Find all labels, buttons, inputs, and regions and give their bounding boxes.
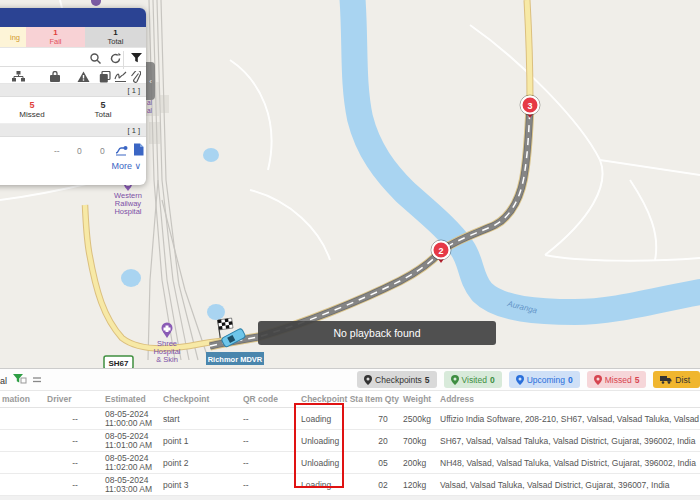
pill-visited[interactable]: Visited0 xyxy=(444,371,502,388)
bottom-dash: -- xyxy=(54,146,60,156)
bottom-value-1: 0 xyxy=(77,146,82,156)
svg-text:3: 3 xyxy=(527,101,532,111)
svg-text:& Skin: & Skin xyxy=(156,355,178,364)
table-header-row: mation Driver Estimated Checkpoint QR co… xyxy=(0,391,700,408)
pill-distance[interactable]: Dist xyxy=(653,371,700,388)
col-information: mation xyxy=(0,394,45,404)
col-estimated: Estimated xyxy=(103,394,161,404)
table-row[interactable]: -- 08-05-202411:01:00 AM point 1 -- Unlo… xyxy=(0,430,700,452)
attachment-icon[interactable] xyxy=(130,69,141,87)
more-link[interactable]: More ∨ xyxy=(111,161,141,171)
route-icon[interactable] xyxy=(115,143,129,158)
tab-total[interactable]: 1 Total xyxy=(85,27,146,47)
panel-icon-toolbar xyxy=(0,67,146,84)
panel-bottom-row: -- 0 0 More ∨ xyxy=(0,137,146,185)
panel-status-tabs: ing 1 Fail 1 Total xyxy=(0,27,146,48)
panel-header xyxy=(0,8,146,27)
table-row[interactable]: 08-05-2024 end Uffizio India Software, 2… xyxy=(0,496,700,500)
copy-icon[interactable] xyxy=(99,69,111,87)
panel-missed-stats: 5 Missed 5 Total xyxy=(0,97,146,124)
tab-total-label: Total xyxy=(85,37,146,46)
tab-pending[interactable]: ing xyxy=(0,27,26,47)
tab-fail-label: Fail xyxy=(26,37,85,46)
map-label-clipped: al al xyxy=(147,99,152,115)
col-qr-code: QR code xyxy=(241,394,299,404)
pill-checkpoints[interactable]: Checkpoints5 xyxy=(357,371,437,388)
svg-text:2: 2 xyxy=(438,246,443,256)
warning-icon[interactable] xyxy=(77,69,90,87)
green-filter-icon[interactable] xyxy=(12,373,27,388)
bottom-value-2: 0 xyxy=(100,146,105,156)
pin-icon xyxy=(516,375,524,385)
vehicle-info-panel: ing 1 Fail 1 Total xyxy=(0,8,146,185)
svg-text:Hospital: Hospital xyxy=(114,207,141,216)
truck-icon xyxy=(660,375,672,384)
sitemap-icon[interactable] xyxy=(12,69,25,87)
col-item-qty: Item Qty xyxy=(363,394,401,404)
stat-missed: 5 Missed xyxy=(10,100,54,119)
report-icon[interactable] xyxy=(133,143,144,158)
panel-search-row xyxy=(0,48,146,67)
toast-no-playback: No playback found xyxy=(258,321,496,345)
checkpoint-table-panel: al Checkpoints5 Visited0 Upcoming0 xyxy=(0,368,700,500)
pill-missed[interactable]: Missed5 xyxy=(587,371,647,388)
signature-icon[interactable] xyxy=(114,69,127,87)
vehicle-label: Richmor MDVR xyxy=(206,352,264,365)
pill-upcoming[interactable]: Upcoming0 xyxy=(509,371,580,388)
pin-icon xyxy=(594,375,602,385)
briefcase-icon[interactable] xyxy=(49,69,61,87)
toolbar-left-label: al xyxy=(0,376,7,386)
table-row[interactable]: -- 08-05-202411:02:00 AM point 2 -- Unlo… xyxy=(0,452,700,474)
panel-count-bar-2: [ 1 ] xyxy=(0,124,146,137)
pin-icon xyxy=(451,375,459,385)
col-checkpoint-state: Checkpoint State xyxy=(299,394,363,404)
svg-text:Richmor MDVR: Richmor MDVR xyxy=(208,355,263,364)
tab-fail[interactable]: 1 Fail xyxy=(26,27,85,47)
col-driver: Driver xyxy=(45,394,103,404)
pin-icon xyxy=(364,375,372,385)
table-row[interactable]: -- 08-05-202411:03:00 AM point 3 -- Load… xyxy=(0,474,700,496)
stat-total: 5 Total xyxy=(81,100,125,119)
col-weight: Weight xyxy=(401,394,438,404)
svg-text:SH67: SH67 xyxy=(108,359,129,368)
tab-pending-label: ing xyxy=(0,33,20,42)
table-row[interactable]: -- 08-05-202411:00:00 AM start -- Loadin… xyxy=(0,408,700,430)
col-address: Address xyxy=(438,394,700,404)
road-shield-sh67: SH67 xyxy=(104,356,133,368)
table-toolbar: al Checkpoints5 Visited0 Upcoming0 xyxy=(0,369,700,391)
col-checkpoint: Checkpoint xyxy=(161,394,241,404)
menu-icon[interactable] xyxy=(32,375,42,387)
panel-collapse-handle[interactable]: ‹ xyxy=(146,62,155,100)
search-input[interactable] xyxy=(0,50,86,64)
